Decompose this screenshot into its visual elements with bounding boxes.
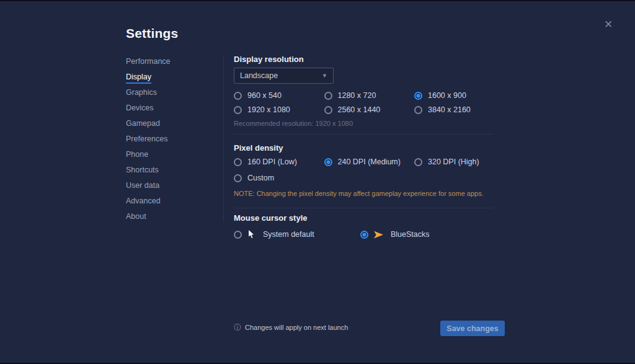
resolution-option-label: 1280 x 720 xyxy=(338,91,376,100)
mouse-cursor-heading: Mouse cursor style xyxy=(234,213,308,223)
sidebar-item-label: User data xyxy=(126,181,159,190)
radio-icon[interactable] xyxy=(414,106,422,114)
sidebar-item-label: About xyxy=(126,212,146,221)
resolution-row-2: 1920 x 1080 2560 x 1440 3840 x 2160 xyxy=(234,105,471,115)
resolution-option-960x540[interactable]: 960 x 540 xyxy=(234,91,324,100)
sidebar-item-label: Shortcuts xyxy=(126,166,159,174)
resolution-option-1920x1080[interactable]: 1920 x 1080 xyxy=(234,105,324,114)
resolution-option-label: 960 x 540 xyxy=(247,91,282,100)
cursor-option-system-default[interactable]: System default xyxy=(234,228,314,241)
section-divider xyxy=(234,134,493,135)
resolution-option-2560x1440[interactable]: 2560 x 1440 xyxy=(324,105,415,114)
orientation-select[interactable]: Landscape ▼ xyxy=(234,68,334,84)
cursor-option-label: BlueStacks xyxy=(391,230,430,239)
dpi-row-2: Custom xyxy=(234,173,274,183)
sidebar-item-user-data[interactable]: User data xyxy=(126,181,171,190)
system-cursor-icon xyxy=(247,229,256,240)
dpi-option-160[interactable]: 160 DPI (Low) xyxy=(234,158,324,166)
sidebar-item-label: Phone xyxy=(126,150,148,159)
radio-icon[interactable] xyxy=(324,106,332,114)
radio-icon[interactable] xyxy=(324,92,332,100)
resolution-option-label: 1600 x 900 xyxy=(428,91,466,100)
footer-notice-text: Changes will apply on next launch xyxy=(245,324,348,331)
settings-window: ✕ Settings Performance Display Graphics … xyxy=(0,0,635,364)
sidebar-item-label: Advanced xyxy=(126,197,161,205)
resolution-row-1: 960 x 540 1280 x 720 1600 x 900 xyxy=(234,91,466,100)
radio-icon[interactable] xyxy=(360,231,368,239)
radio-icon[interactable] xyxy=(414,92,422,100)
radio-icon[interactable] xyxy=(414,158,422,166)
sidebar-item-performance[interactable]: Performance xyxy=(126,57,171,66)
dpi-option-label: 240 DPI (Medium) xyxy=(338,158,401,166)
radio-icon[interactable] xyxy=(324,158,332,166)
sidebar-item-label: Gamepad xyxy=(126,119,160,128)
sidebar-item-advanced[interactable]: Advanced xyxy=(126,197,171,205)
orientation-select-value: Landscape xyxy=(240,71,278,80)
bluestacks-cursor-icon xyxy=(373,230,384,239)
radio-icon[interactable] xyxy=(234,174,242,182)
sidebar-item-label: Performance xyxy=(126,57,171,66)
footer-notice: ⓘ Changes will apply on next launch xyxy=(234,324,348,331)
sidebar-item-label: Devices xyxy=(126,104,153,112)
cursor-option-bluestacks[interactable]: BlueStacks xyxy=(360,228,430,241)
dpi-option-label: 320 DPI (High) xyxy=(428,158,479,166)
resolution-option-3840x2160[interactable]: 3840 x 2160 xyxy=(414,105,471,114)
resolution-option-label: 1920 x 1080 xyxy=(247,105,290,114)
window-top-edge xyxy=(0,0,635,1)
recommended-resolution-text: Recommended resolution: 1920 x 1080 xyxy=(234,120,353,127)
sidebar-item-label: Preferences xyxy=(126,135,167,143)
sidebar-item-preferences[interactable]: Preferences xyxy=(126,135,171,143)
resolution-option-1280x720[interactable]: 1280 x 720 xyxy=(324,91,415,100)
chevron-down-icon: ▼ xyxy=(322,73,327,79)
sidebar-item-phone[interactable]: Phone xyxy=(126,150,171,159)
radio-icon[interactable] xyxy=(234,106,242,114)
sidebar-item-label: Display xyxy=(126,73,151,84)
pixel-density-heading: Pixel density xyxy=(234,143,283,153)
sidebar-item-shortcuts[interactable]: Shortcuts xyxy=(126,166,171,174)
page-title: Settings xyxy=(126,26,178,41)
sidebar-item-gamepad[interactable]: Gamepad xyxy=(126,119,171,128)
sidebar-item-label: Graphics xyxy=(126,88,157,97)
sidebar-item-about[interactable]: About xyxy=(126,212,171,221)
dpi-option-label: 160 DPI (Low) xyxy=(247,158,297,166)
radio-icon[interactable] xyxy=(234,158,242,166)
section-divider xyxy=(234,208,493,208)
save-changes-button[interactable]: Save changes xyxy=(440,321,505,336)
sidebar-item-graphics[interactable]: Graphics xyxy=(126,88,171,97)
info-icon: ⓘ xyxy=(234,324,241,331)
cursor-option-label: System default xyxy=(263,230,314,239)
dpi-option-label: Custom xyxy=(247,174,274,182)
resolution-option-label: 2560 x 1440 xyxy=(338,105,381,114)
dpi-row-1: 160 DPI (Low) 240 DPI (Medium) 320 DPI (… xyxy=(234,157,479,167)
resolution-option-1600x900[interactable]: 1600 x 900 xyxy=(414,91,466,100)
sidebar-item-devices[interactable]: Devices xyxy=(126,104,171,112)
dpi-option-custom[interactable]: Custom xyxy=(234,174,274,182)
resolution-option-label: 3840 x 2160 xyxy=(428,105,471,114)
sidebar-item-display[interactable]: Display xyxy=(126,73,171,81)
dpi-option-240[interactable]: 240 DPI (Medium) xyxy=(324,158,415,166)
sidebar-divider xyxy=(223,56,224,222)
display-resolution-heading: Display resolution xyxy=(234,55,304,64)
radio-icon[interactable] xyxy=(234,231,242,239)
radio-icon[interactable] xyxy=(234,92,242,100)
settings-nav: Performance Display Graphics Devices Gam… xyxy=(126,57,171,228)
pixel-density-note: NOTE: Changing the pixel density may aff… xyxy=(234,190,484,197)
dpi-option-320[interactable]: 320 DPI (High) xyxy=(414,158,479,166)
close-icon[interactable]: ✕ xyxy=(602,18,615,32)
